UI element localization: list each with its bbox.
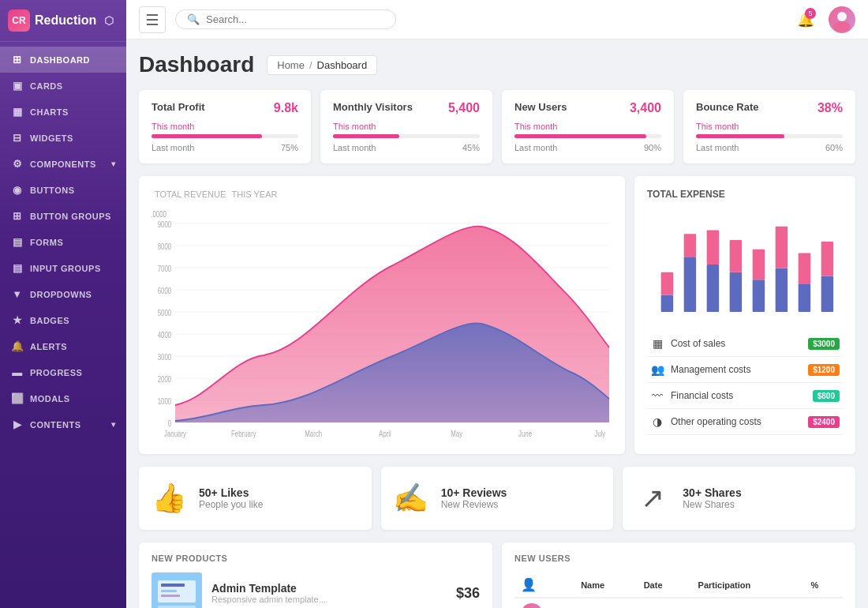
product-item: Admin Template Responsive admin template… (152, 572, 480, 608)
shares-info: 30+ Shares New Shares (683, 486, 741, 510)
users-table: 👤 Name Date Participation % — — (514, 572, 843, 608)
stat-last-row: Last month 90% (514, 143, 661, 152)
stat-title: Monthly Visitors (333, 101, 413, 113)
notification-badge: 5 (805, 8, 816, 19)
widgets-icon: ⊟ (11, 132, 24, 144)
sidebar-logo[interactable]: CR Reduction ⬡ (0, 0, 126, 42)
svg-rect-42 (776, 227, 788, 268)
col-percent: % (805, 572, 843, 598)
sidebar-item-label: BADGES (30, 316, 69, 325)
sidebar-item-button-groups[interactable]: ⊞ BUTTON GROUPS (0, 203, 126, 229)
input-groups-icon: ▤ (11, 262, 24, 274)
chevron-right-icon: ▾ (111, 420, 116, 429)
col-avatar: 👤 (514, 572, 574, 598)
last-percent: 60% (825, 143, 843, 152)
svg-rect-40 (753, 250, 765, 280)
dropdowns-icon: ▼ (11, 288, 24, 300)
contents-icon: ▶ (11, 418, 24, 430)
menu-toggle-button[interactable] (139, 6, 166, 33)
stat-value: 38% (817, 101, 843, 115)
progress-bar-wrap (696, 134, 843, 138)
chevron-down-icon: ▾ (111, 160, 116, 168)
sidebar-item-contents[interactable]: ▶ Contents ▾ (0, 411, 126, 437)
svg-text:10000: 10000 (152, 210, 166, 219)
sidebar-item-components[interactable]: ⚙ Components ▾ (0, 151, 126, 177)
stat-title: New Users (514, 101, 567, 113)
revenue-chart-card: TOTAL REVENUE This Year 0 1000 2000 3000… (139, 176, 625, 454)
area-chart: 0 1000 2000 3000 4000 5000 6000 7000 800… (152, 209, 612, 441)
svg-text:May: May (451, 430, 462, 438)
sidebar-item-buttons[interactable]: ◉ BUTTONS (0, 177, 126, 203)
bottom-row: NEW PRODUCTS Admin Template (139, 542, 855, 608)
legend-item-cost-of-sales: ▦ Cost of sales $3000 (647, 331, 843, 357)
svg-text:9000: 9000 (158, 220, 172, 229)
last-label: Last month (152, 143, 194, 152)
sidebar-item-forms[interactable]: ▤ FORMS (0, 229, 126, 255)
legend-item-management: 👥 Management costs $1200 (647, 357, 843, 383)
hamburger-line (147, 19, 158, 21)
reviews-desc: New Reviews (441, 499, 507, 510)
sidebar: CR Reduction ⬡ ⊞ DASHBOARD ▣ CARDS ▦ CHA… (0, 0, 126, 608)
sidebar-item-label: BUTTONS (30, 186, 74, 195)
sidebar-item-widgets[interactable]: ⊟ WIDGETS (0, 125, 126, 151)
search-input[interactable] (206, 13, 384, 25)
svg-rect-31 (661, 295, 673, 312)
breadcrumb-home[interactable]: Home (277, 59, 305, 71)
product-info: Admin Template Responsive admin template… (211, 582, 326, 604)
svg-rect-49 (161, 584, 185, 587)
sidebar-item-label: DASHBOARD (30, 55, 90, 65)
svg-rect-44 (799, 253, 810, 284)
stat-value: 5,400 (448, 101, 480, 115)
sidebar-item-alerts[interactable]: 🔔 ALERTS (0, 333, 126, 359)
legend-item-other: ◑ Other operating costs $2400 (647, 409, 843, 435)
svg-text:5000: 5000 (158, 309, 172, 317)
likes-icon-wrap: 👍 (150, 479, 188, 517)
bell-button[interactable]: 🔔 5 (792, 6, 819, 33)
sidebar-item-progress[interactable]: ▬ PROGRESS (0, 359, 126, 385)
progress-bar-wrap (333, 134, 480, 138)
sidebar-item-modals[interactable]: ⬜ MODALS (0, 385, 126, 411)
expense-legend: ▦ Cost of sales $3000 👥 Management costs… (647, 331, 843, 435)
breadcrumb-current: Dashboard (317, 59, 368, 71)
sidebar-item-dashboard[interactable]: ⊞ DASHBOARD (0, 47, 126, 73)
svg-text:February: February (231, 430, 256, 438)
svg-rect-46 (821, 242, 833, 276)
sidebar-navigation: ⊞ DASHBOARD ▣ CARDS ▦ CHARTS ⊟ WIDGETS ⚙… (0, 42, 126, 608)
github-icon: ⬡ (104, 14, 114, 27)
svg-point-1 (833, 21, 851, 32)
alerts-icon: 🔔 (11, 340, 24, 352)
search-box[interactable]: 🔍 (175, 9, 396, 29)
sidebar-item-input-groups[interactable]: ▤ INPUT GROUPS (0, 255, 126, 281)
stat-label: This month (152, 122, 298, 131)
sidebar-item-label: Contents (30, 420, 81, 430)
social-card-shares: ↗ 30+ Shares New Shares (623, 467, 855, 530)
reviews-count: 10+ Reviews (441, 486, 507, 499)
user-avatar[interactable] (829, 6, 855, 33)
sidebar-item-label: PROGRESS (30, 368, 82, 377)
stat-last-row: Last month 75% (152, 143, 298, 152)
stat-card-visitors: Monthly Visitors 5,400 This month Last m… (320, 90, 492, 163)
sidebar-item-badges[interactable]: ★ BADGES (0, 307, 126, 333)
likes-desc: People you like (199, 499, 263, 510)
sidebar-item-dropdowns[interactable]: ▼ DROPDOWNS (0, 281, 126, 307)
progress-bar-wrap (514, 134, 661, 138)
sidebar-item-charts[interactable]: ▦ CHARTS (0, 99, 126, 125)
legend-label: Cost of sales (671, 338, 802, 349)
stat-title: Bounce Rate (696, 101, 758, 113)
expense-chart-card: TOTAL EXPENSE (634, 176, 855, 454)
expense-chart-title: TOTAL EXPENSE (647, 189, 843, 200)
logo-text: Reduction (35, 13, 96, 28)
sidebar-item-label: BUTTON GROUPS (30, 212, 111, 221)
sidebar-item-cards[interactable]: ▣ CARDS (0, 73, 126, 99)
svg-rect-37 (730, 272, 742, 312)
sidebar-item-label: MODALS (30, 394, 70, 403)
other-icon: ◑ (650, 415, 664, 428)
product-desc: Responsive admin template... (211, 595, 326, 604)
stat-value: 9.8k (274, 101, 298, 115)
progress-bar-fill (152, 134, 262, 138)
financial-icon: 〰 (650, 389, 664, 402)
stat-last-row: Last month 45% (333, 143, 480, 152)
social-card-likes: 👍 50+ Likes People you like (139, 467, 372, 530)
user-avatar-small (521, 603, 543, 608)
stat-value: 3,400 (630, 101, 661, 115)
